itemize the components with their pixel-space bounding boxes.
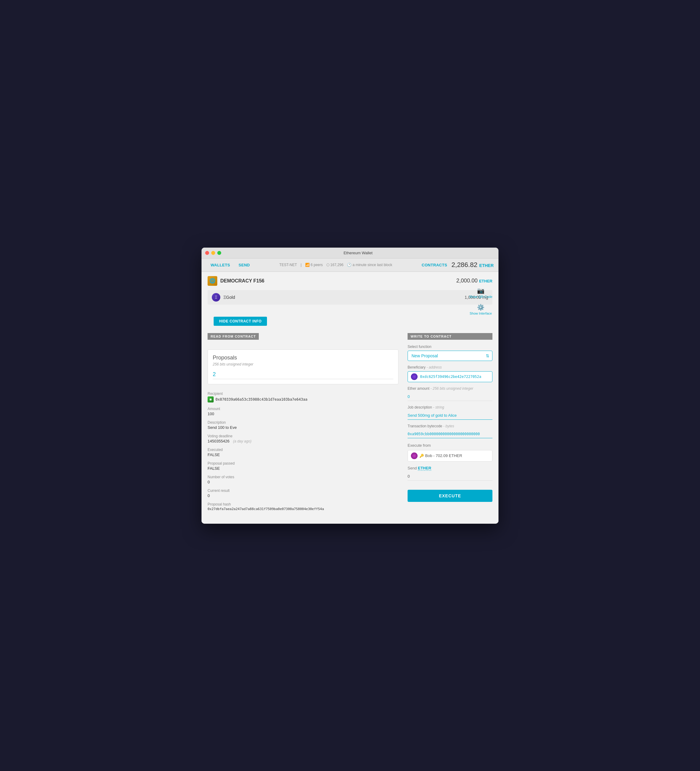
voting-deadline-relative: (a day ago) — [233, 439, 252, 443]
voting-deadline-label: Voting deadline — [208, 434, 398, 438]
current-result-row: Current result 0 — [208, 488, 398, 498]
democracy-section: 🌐 DEMOCRACY F156 2,000.00 ETHER 📷 Show Q… — [201, 272, 499, 290]
job-desc-group: Job description - string — [408, 405, 492, 420]
beneficiary-type: - address — [427, 365, 442, 369]
send-ether-token: ETHER — [418, 466, 431, 471]
traffic-lights — [205, 251, 221, 255]
select-function-wrapper: New Proposal ⇅ — [408, 351, 492, 361]
proposal-passed-value: FALSE — [208, 466, 398, 471]
execute-from-label: Execute from — [408, 443, 492, 447]
titlebar: Ethereum Wallet — [201, 247, 499, 259]
amount-row: Amount 100 — [208, 407, 398, 416]
tx-bytecode-input[interactable] — [408, 430, 492, 438]
amount-value: 100 — [208, 412, 398, 416]
close-button[interactable] — [205, 251, 209, 255]
ether-amount-group: Ether amount - 256 bits unsigned integer — [408, 386, 492, 401]
xi-icon: Ξ — [215, 295, 217, 299]
minimize-button[interactable] — [211, 251, 215, 255]
write-panel: WRITE TO CONTRACT Select function New Pr… — [408, 333, 492, 518]
proposal-hash-label: Proposal hash — [208, 502, 398, 506]
blocks-status: ⬡ 167,296 — [326, 263, 343, 267]
send-ether-label: Send ETHER — [408, 466, 492, 470]
network-label: TEST-NET — [279, 263, 297, 267]
divider: | — [300, 263, 302, 267]
proposal-passed-row: Proposal passed FALSE — [208, 461, 398, 471]
recipient-label: Recipient — [208, 392, 398, 396]
democracy-icon: 🌐 — [208, 276, 217, 286]
tx-bytecode-label: Transaction bytecode - bytes — [408, 424, 492, 428]
democracy-name: DEMOCRACY F156 — [220, 278, 456, 284]
job-desc-type: - string — [433, 405, 444, 410]
executor-name: Bob - 702.09 ETHER — [425, 454, 462, 458]
ether-amount-type: - 256 bits unsigned integer — [430, 386, 473, 390]
proposal-hash-row: Proposal hash 0x27dbfa7aea2a247ad7a88ca6… — [208, 502, 398, 511]
executor-avatar-icon — [411, 452, 417, 459]
token-icon: Ξ — [212, 293, 220, 301]
right-actions: 📷 Show QR-Code ⚙️ Show Interface — [469, 287, 492, 316]
executed-value: FALSE — [208, 452, 398, 457]
execute-from-section: Execute from 🔑 Bob - 702.09 ETHER — [408, 443, 492, 462]
select-function-label: Select function — [408, 345, 492, 349]
hide-btn-wrapper: HIDE CONTRACT INFO — [201, 307, 499, 333]
job-description-input[interactable] — [408, 411, 492, 420]
main-content: READ FROM CONTRACT Proposals 256 bits un… — [201, 333, 499, 524]
token-row: Ξ ΞGold 1,000.00 mg — [208, 290, 492, 304]
voting-deadline-row: Voting deadline 1450355426 (a day ago) — [208, 434, 398, 443]
content-area: 🌐 DEMOCRACY F156 2,000.00 ETHER 📷 Show Q… — [201, 272, 499, 524]
executed-label: Executed — [208, 447, 398, 452]
read-section-header: READ FROM CONTRACT — [208, 333, 259, 340]
tx-bytecode-group: Transaction bytecode - bytes — [408, 424, 492, 438]
beneficiary-input-row[interactable]: 0xdc625f39496c2be42e7227052a — [408, 371, 492, 382]
function-select[interactable]: New Proposal — [408, 351, 492, 361]
contract-info-grid: Recipient ■ 0x870339a66a53c35988c43b1d7e… — [208, 389, 398, 518]
ether-amount-input[interactable] — [408, 392, 492, 401]
wifi-icon: 📶 — [305, 263, 310, 267]
gear-icon: ⚙️ — [477, 304, 484, 311]
main-window: Ethereum Wallet WALLETS SEND TEST-NET | … — [201, 247, 499, 524]
clock-icon: 🕐 — [347, 263, 351, 267]
beneficiary-avatar-icon — [411, 373, 417, 380]
send-ether-group: Send ETHER — [408, 466, 492, 486]
executed-row: Executed FALSE — [208, 447, 398, 457]
send-nav[interactable]: SEND — [234, 259, 254, 272]
globe-icon: 🌐 — [210, 278, 216, 284]
current-result-label: Current result — [208, 488, 398, 493]
tx-bytecode-type: - bytes — [443, 424, 454, 428]
ether-amount-label: Ether amount - 256 bits unsigned integer — [408, 386, 492, 390]
wallets-nav[interactable]: WALLETS — [206, 259, 234, 272]
nav-ether-label: ETHER — [479, 263, 494, 268]
navbar: WALLETS SEND TEST-NET | 📶 6 peers ⬡ 167,… — [201, 259, 499, 272]
contracts-nav[interactable]: CONTRACTS — [417, 259, 451, 272]
num-votes-value: 0 — [208, 480, 398, 484]
hide-contract-info-button[interactable]: HIDE CONTRACT INFO — [214, 317, 267, 326]
maximize-button[interactable] — [217, 251, 221, 255]
num-votes-row: Number of votes 0 — [208, 475, 398, 484]
proposals-type: 256 bits unsigned integer — [213, 362, 393, 366]
show-interface-button[interactable]: ⚙️ Show Interface — [470, 304, 492, 316]
send-ether-input[interactable] — [408, 472, 492, 481]
peers-status: 📶 6 peers — [305, 263, 323, 267]
description-row: Description Send 100 to Eve — [208, 420, 398, 430]
qr-icon: 📷 — [477, 287, 484, 294]
description-label: Description — [208, 420, 398, 425]
democracy-ether-label: ETHER — [479, 279, 492, 283]
proposal-passed-label: Proposal passed — [208, 461, 398, 465]
last-block-status: 🕐 a minute since last block — [347, 263, 392, 267]
voting-deadline-value: 1450355426 (a day ago) — [208, 439, 398, 443]
show-qr-button[interactable]: 📷 Show QR-Code — [469, 287, 492, 299]
nav-status: TEST-NET | 📶 6 peers ⬡ 167,296 🕐 a minut… — [254, 263, 417, 267]
write-section-header: WRITE TO CONTRACT — [408, 333, 492, 340]
proposal-hash-value: 0x27dbfa7aea2a247ad7a88ca631f7509ba0e073… — [208, 507, 398, 511]
proposals-title: Proposals — [213, 355, 393, 361]
nav-balance: 2,286.82 ETHER — [452, 261, 494, 269]
executor-row[interactable]: 🔑 Bob - 702.09 ETHER — [408, 450, 492, 462]
execute-button[interactable]: EXECUTE — [408, 490, 492, 502]
recipient-row: Recipient ■ 0x870339a66a53c35988c43b1d7e… — [208, 392, 398, 402]
current-result-value: 0 — [208, 493, 398, 498]
description-value: Send 100 to Eve — [208, 425, 398, 430]
key-icon: 🔑 — [419, 454, 424, 458]
num-votes-label: Number of votes — [208, 475, 398, 479]
proposals-value-input[interactable] — [213, 370, 393, 379]
select-function-group: Select function New Proposal ⇅ — [408, 345, 492, 361]
beneficiary-label: Beneficiary - address — [408, 365, 492, 369]
